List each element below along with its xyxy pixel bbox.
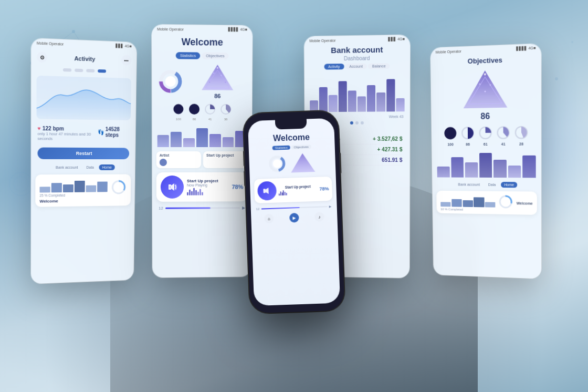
bank-tab-activity[interactable]: Activity [324,64,344,70]
obj-triangle-chart [459,68,511,112]
bpm-value: 122 bpm [43,126,64,132]
obj-mini-chart: 10 % Completed [440,193,496,211]
svg-point-51 [272,159,281,168]
phone-slider-track[interactable] [261,206,327,209]
phone-notch [275,119,307,129]
artist-card: Artist [156,151,201,168]
slider-max: ▶ [242,205,245,210]
tab-bank-account[interactable]: Bank account [52,164,81,170]
phone-nav-home[interactable]: ⌂ [264,214,274,224]
bpm-label: only 1 hour 47 minutes and 30 seconds [38,131,98,141]
svg-rect-53 [263,189,265,193]
phone-screen: Welcome Statistics Objectives [248,118,340,306]
obj-val-1: 100 [443,142,457,146]
phone-tab-1[interactable]: Statistics [272,146,290,150]
obj-semicircle [498,194,514,212]
obj-prog-item-3: 61 [478,126,493,146]
phone-bottom-nav: ⌂ ▶ ♪ [251,210,338,226]
obj-tab-data[interactable]: Data [485,182,499,188]
triangle-area: 86 [188,64,247,99]
phone-slider-fill [261,207,299,210]
welcome-carrier: Mobile Operator [157,27,184,31]
steps-value: 14528 steps [105,126,129,138]
obj-tab-bank[interactable]: Bank account [455,181,483,187]
slider-fill [165,207,211,209]
activity-stats: ♥ 122 bpm only 1 hour 47 minutes and 30 … [31,122,135,145]
search-icon[interactable] [160,159,167,166]
svg-point-42 [445,127,456,139]
phone-screen-content: Welcome Statistics Objectives [248,118,338,226]
bank-bar-4 [338,81,346,112]
welcome-bar-chart [152,123,251,149]
obj-prog-item-4: 41 [496,125,510,146]
svg-point-25 [209,81,210,82]
tab-data[interactable]: Data [83,164,97,170]
activity-settings-icon[interactable]: ⚙ [37,51,48,63]
percent-badge: 78% [232,184,244,190]
bank-tab-account[interactable]: Account [345,63,367,69]
obj-tab-home[interactable]: Home [501,182,517,188]
startup-label: Start Up project [206,153,245,157]
ctrl-active [98,69,106,73]
bar-2 [171,131,182,147]
bank-bar-2 [319,87,328,112]
bank-bar-7 [367,85,375,112]
activity-chart [37,76,131,120]
phone-physical-device: Welcome Statistics Objectives [243,110,344,313]
dot-1[interactable] [350,121,353,125]
phone-nav-profile[interactable]: ♪ [314,212,324,222]
prog-label-1: 100 [173,118,184,121]
welcome-signal: ▋▋▋▋ 4G■ [228,27,247,32]
activity-signal: ▋▋▋ 4G■ [116,44,132,48]
bpm-stat: ♥ 122 bpm only 1 hour 47 minutes and 30 … [38,126,98,141]
obj-bar-1 [437,167,450,178]
phone-triangle [288,152,317,174]
svg-point-23 [213,73,214,74]
obj-val-5: 28 [514,142,529,146]
activity-welcome-label: Welcome [39,198,127,204]
phone-player-info: Start Up project [278,184,318,195]
obj-prog-item-2: 86 [460,126,475,146]
slider-track[interactable] [165,207,240,209]
mini-chart-label: 25 % Completed [39,193,107,197]
obj-triangle-area: 86 [430,65,541,124]
obj-bar-7 [523,156,536,178]
obj-welcome-label: Welcome [517,201,533,205]
phone-player-icon [257,181,277,201]
bar-6 [223,137,234,147]
phone-vol-up [243,151,245,167]
phone-player-title: Start Up project [278,184,317,189]
tab-home[interactable]: Home [99,164,115,170]
svg-point-11 [555,77,558,80]
phone-tab-2[interactable]: Objectives [291,145,311,149]
bank-tab-balance[interactable]: Balance [368,63,390,69]
svg-point-18 [165,76,176,86]
phone-percent: 78% [319,186,329,192]
welcome-section-row: Artist Start Up project [152,149,252,170]
activity-header: ⚙ Activity ••• [31,46,136,69]
svg-point-26 [174,104,183,114]
prog-item-2: 86 [188,104,200,121]
dot-3[interactable] [361,121,364,125]
obj-mini-label: 10 % Completed [440,208,496,212]
phone-nav-play[interactable]: ▶ [289,213,299,223]
obj-prog-item-1: 100 [443,126,458,146]
dot-2[interactable] [355,121,359,125]
svg-point-22 [220,75,222,76]
tab-statistics[interactable]: Statistics [176,52,200,59]
welcome-slider[interactable]: 12 ▶ [152,203,251,213]
obj-score-value: 86 [432,111,541,122]
prog-item-3: 41 [204,104,216,121]
obj-val-4: 41 [496,142,511,146]
phone-wave-mini [279,189,318,195]
obj-bar-section [432,148,541,180]
activity-menu-icon[interactable]: ••• [121,55,132,66]
prog-label-2: 86 [188,118,200,121]
obj-signal: ▋▋▋▋ 4G■ [517,46,536,51]
svg-marker-52 [290,153,315,173]
project-circle-icon [161,176,184,199]
tab-objectives[interactable]: Objectives [202,53,228,60]
svg-point-9 [9,172,33,195]
restart-button[interactable]: Restart [38,148,130,160]
project-sub: Now Playing [187,183,229,187]
